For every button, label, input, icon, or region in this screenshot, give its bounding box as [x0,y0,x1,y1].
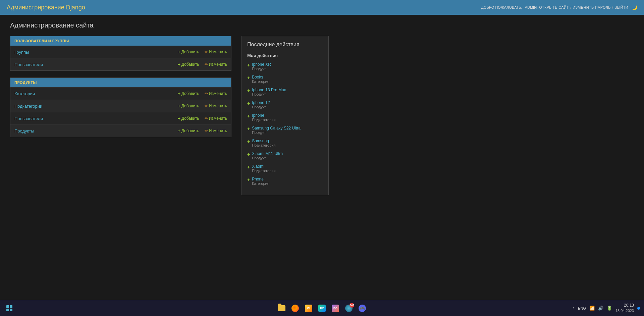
products-header: ПРОДУКТЫ [10,78,231,87]
taskbar-left [4,303,15,314]
action-item-content4: Iphone 12 Продукт [252,100,270,109]
subcategories-link[interactable]: Подкатегории [14,104,178,109]
action-plus-icon5: + [247,113,250,119]
users-groups-section: ПОЛЬЗОВАТЕЛИ И ГРУППЫ Группы + Добавить … [10,36,231,71]
start-button[interactable] [4,303,15,314]
users-add-link[interactable]: + Добавить [178,62,199,67]
action-item-content10: Phone Категория [252,177,269,186]
pycharm-icon: PC [318,305,326,312]
battery-icon: 🔋 [607,306,612,311]
groups-add-label: Добавить [181,50,199,54]
plus-icon2: + [178,62,180,67]
firefox-button[interactable] [290,303,301,314]
subcategories-row: Подкатегории + Добавить ✏ Изменить [10,100,231,112]
groups-change-link[interactable]: ✏ Изменить [205,49,227,55]
users-link[interactable]: Пользователи [14,62,178,67]
system-tray-expand-icon[interactable]: ∧ [572,306,575,310]
recent-actions-panel: Последние действия Мои действия + Iphone… [241,36,329,195]
plus-icon6: + [178,128,180,134]
action-plus-icon4: + [247,101,250,106]
products-change-link[interactable]: ✏ Изменить [205,128,227,134]
prod-users-change-link[interactable]: ✏ Изменить [205,116,227,121]
products-actions: + Добавить ✏ Изменить [178,128,227,134]
browser-with-badge-button[interactable]: 245 [343,303,354,314]
pencil-icon3: ✏ [205,91,208,96]
pencil-icon4: ✏ [205,104,208,108]
action-item-content6: Samsung Galaxy S22 Ultra Продукт [252,126,301,135]
pencil-icon5: ✏ [205,116,208,121]
action-item-samsung: + Samsung Подкатегория [247,139,323,147]
pencil-icon: ✏ [205,50,208,54]
xiaomi-type: Подкатегория [252,169,275,173]
wifi-icon: 📶 [589,306,595,311]
top-navigation: Администрирование Django ДОБРО ПОЖАЛОВАТ… [0,0,644,15]
groups-actions: + Добавить ✏ Изменить [178,49,227,55]
main-content: Администрирование сайта ПОЛЬЗОВАТЕЛИ И Г… [0,15,644,300]
prod-users-row: Пользователи + Добавить ✏ Изменить [10,112,231,124]
products-change-label: Изменить [209,128,227,133]
content-area: ПОЛЬЗОВАТЕЛИ И ГРУППЫ Группы + Добавить … [10,36,634,195]
dark-mode-icon[interactable]: 🌙 [632,5,637,10]
action-item-iphone-xr: + Iphone XR Продукт [247,62,323,71]
iphone13-link[interactable]: Iphone 13 Pro Max [252,88,286,92]
action-item-content: Iphone XR Продукт [252,62,271,71]
groups-link[interactable]: Группы [14,50,178,55]
iphone12-link[interactable]: Iphone 12 [252,100,270,105]
books-link[interactable]: Books [252,75,269,80]
datagrip-button[interactable]: DG [330,303,341,314]
subcategories-add-link[interactable]: + Добавить [178,103,199,109]
prod-users-actions: + Добавить ✏ Изменить [178,116,227,121]
subcategories-actions: + Добавить ✏ Изменить [178,103,227,109]
folder-icon [278,305,285,311]
action-item-phone: + Phone Категория [247,177,323,186]
iphone-link[interactable]: Iphone [252,113,275,118]
taskbar-center: 🗂 PC DG 245 🎮 [276,303,368,314]
action-item-xiaomi-m11: + Xiaomi M11 Ultra Продукт [247,151,323,160]
groups-add-link[interactable]: + Добавить [178,49,199,55]
categories-change-link[interactable]: ✏ Изменить [205,91,227,96]
clock-time: 20:13 [615,303,634,308]
discord-button[interactable]: 🎮 [357,303,368,314]
notification-dot[interactable] [637,307,640,310]
action-item-content5: Iphone Подкатегория [252,113,275,122]
categories-link[interactable]: Категории [14,91,178,96]
action-item-samsung-s22: + Samsung Galaxy S22 Ultra Продукт [247,126,323,135]
recent-actions-title: Последние действия [247,42,323,48]
categories-add-label: Добавить [181,91,199,96]
browser-badge: 245 [350,303,354,308]
site-title: Администрирование Django [7,4,85,11]
products-add-link[interactable]: + Добавить [178,128,199,134]
lang-indicator: ENG [578,306,586,310]
prod-users-add-link[interactable]: + Добавить [178,116,199,121]
subcategories-add-label: Добавить [181,104,199,108]
samsung-s22-link[interactable]: Samsung Galaxy S22 Ultra [252,126,301,130]
files-button[interactable]: 🗂 [303,303,314,314]
system-clock[interactable]: 20:13 13.04.2023 [615,303,634,313]
change-password-link[interactable]: ИЗМЕНИТЬ ПАРОЛЬ [573,5,611,9]
xiaomi-link[interactable]: Xiaomi [252,164,275,169]
iphone12-type: Продукт [252,105,270,109]
nav-links: ДОБРО ПОЖАЛОВАТЬ, ADMIN. ОТКРЫТЬ САЙТ / … [481,5,637,10]
logout-link[interactable]: ВЫЙТИ [614,5,628,9]
pycharm-button[interactable]: PC [317,303,327,314]
categories-change-label: Изменить [209,91,227,96]
clock-date: 13.04.2023 [615,308,634,313]
xiaomi-m11-link[interactable]: Xiaomi M11 Ultra [252,151,283,156]
prod-users-link[interactable]: Пользователи [14,116,178,121]
phone-link[interactable]: Phone [252,177,269,181]
users-change-link[interactable]: ✏ Изменить [205,62,227,67]
volume-icon: 🔊 [598,306,603,311]
separator2: / [612,5,613,9]
file-explorer-icon[interactable] [276,303,287,314]
my-actions-label: Мои действия [247,53,323,58]
plus-icon: + [178,49,180,55]
open-site-link[interactable]: ОТКРЫТЬ САЙТ [539,5,569,9]
subcategories-change-link[interactable]: ✏ Изменить [205,103,227,109]
plus-icon4: + [178,103,180,109]
action-plus-icon8: + [247,152,250,157]
categories-add-link[interactable]: + Добавить [178,91,199,96]
samsung-link[interactable]: Samsung [252,139,275,143]
iphone-xr-link[interactable]: Iphone XR [252,62,271,67]
action-item-content7: Samsung Подкатегория [252,139,275,147]
products-link[interactable]: Продукты [14,128,178,134]
